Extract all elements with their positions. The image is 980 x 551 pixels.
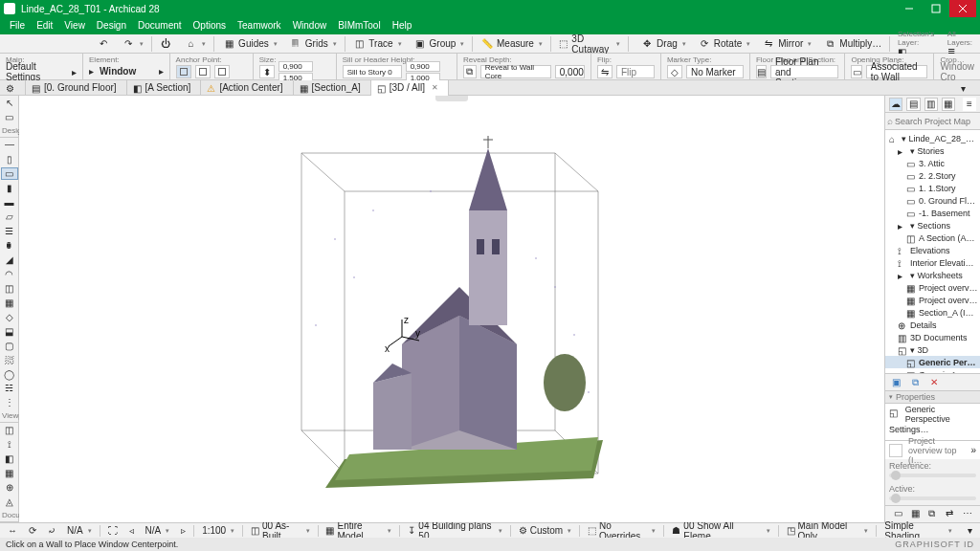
opening-plane[interactable]: Associated to Wall [866, 65, 928, 78]
tree-item[interactable]: ▥3D Documents [885, 331, 980, 343]
menu-edit[interactable]: Edit [31, 17, 58, 34]
tree-item[interactable]: ▦Section_A (Independe [885, 306, 980, 319]
tool-zone[interactable]: ▢ [1, 340, 18, 352]
tool-mesh[interactable]: ⛆ [1, 354, 18, 366]
nav-dup-button[interactable]: ⧉ [908, 376, 922, 389]
tool-change[interactable]: ◬ [1, 496, 18, 508]
group-button[interactable]: ▣Group [410, 35, 469, 53]
tree-item[interactable]: ⟟Elevations [885, 244, 980, 256]
qo-next[interactable]: ▹ [177, 524, 189, 538]
menu-bimmtool[interactable]: BIMmTool [332, 17, 386, 34]
flip-icon-button[interactable]: ⇋ [597, 65, 612, 78]
tool-curtain[interactable]: ▦ [1, 297, 18, 309]
mirror-button[interactable]: ⇋Mirror [758, 35, 815, 53]
qo-distribute[interactable]: ↔ [4, 524, 21, 538]
tree-item[interactable]: ⊕Details [885, 319, 980, 331]
tool-window[interactable]: ▭ [1, 167, 18, 180]
sill-val-a[interactable]: 0,900 [406, 61, 440, 72]
tab-action-center[interactable]: ⚠[Action Center] [201, 80, 293, 96]
menu-options[interactable]: Options [188, 17, 232, 34]
tree-item[interactable]: ▭-1. Basement [885, 207, 980, 219]
guides-button[interactable]: ▦Guides [218, 35, 281, 53]
navfoot-btn-5[interactable]: ⋯ [963, 508, 976, 521]
3d-viewport[interactable]: z y x [19, 96, 884, 522]
viewport-grip[interactable] [435, 96, 468, 101]
tool-opening[interactable]: ◯ [1, 368, 18, 381]
reference-slider[interactable] [889, 474, 976, 477]
navigator-tab-view-map[interactable]: ▤ [906, 98, 920, 111]
anchor-btn-3[interactable] [214, 65, 230, 78]
reveal-icon-button[interactable]: ⧉ [463, 65, 477, 78]
grids-button[interactable]: 𝄜Grids [285, 35, 341, 53]
undo-button[interactable]: ↶ [93, 35, 114, 53]
properties-header[interactable]: Properties [885, 390, 980, 404]
measure-button[interactable]: 📏Measure [477, 35, 546, 53]
trace-overflow[interactable]: » [970, 445, 976, 455]
menu-teamwork[interactable]: Teamwork [232, 17, 287, 34]
trace-button[interactable]: ◫Trace [348, 35, 405, 53]
tool-elevation[interactable]: ⟟ [1, 438, 18, 451]
graphisoft-id[interactable]: GRAPHISOFT ID [895, 540, 974, 549]
navfoot-btn-2[interactable]: ▦ [911, 508, 924, 521]
rotate-button[interactable]: ⟳Rotate [694, 35, 754, 53]
tree-item[interactable]: ▭1. 1.Story [885, 182, 980, 194]
tab-3d-all[interactable]: ◱[3D / All]✕ [371, 80, 449, 96]
reveal-option[interactable]: Reveal to Wall Core [480, 65, 551, 78]
tool-worksheet[interactable]: ▦ [1, 467, 18, 479]
tree-item[interactable]: ▭0. Ground Floor [885, 194, 980, 207]
home-button[interactable]: ⌂ [180, 35, 210, 53]
tool-beam[interactable]: ▬ [1, 196, 18, 209]
navigator-search-input[interactable] [893, 115, 980, 128]
cutaway-button[interactable]: ⬚3D Cutaway [555, 35, 625, 53]
maximize-button[interactable] [923, 0, 949, 17]
tool-morehoriz[interactable]: ☵ [1, 382, 18, 394]
tool-door[interactable]: ▯ [1, 153, 18, 165]
size-width[interactable]: 0,900 [278, 61, 313, 72]
tool-roof[interactable]: ◢ [1, 253, 18, 266]
tree-item[interactable]: ▦Project overview side [885, 281, 980, 294]
navfoot-btn-4[interactable]: ⇄ [946, 508, 959, 521]
tool-marquee[interactable]: ▭ [1, 111, 18, 123]
qo-prev[interactable]: ◃ [125, 524, 138, 538]
qo-fit[interactable]: ⛶ [104, 524, 122, 538]
qo-zoom-1[interactable]: N/A [63, 524, 96, 538]
qo-shading[interactable]: Simple Shading [880, 524, 956, 538]
tree-item[interactable]: ▦Project overview top ( [885, 294, 980, 306]
navigator-options[interactable]: ≡ [963, 98, 976, 111]
navigator-tree[interactable]: ⌂▾ Linde_AC_28_T01▸▾ Stories▭3. Attic▭2.… [885, 130, 980, 373]
tool-wall[interactable] [1, 139, 18, 151]
navigator-tab-publisher[interactable]: ▦ [942, 98, 955, 111]
size-link-icon[interactable]: ⬍ [259, 65, 275, 78]
menu-design[interactable]: Design [91, 17, 132, 34]
active-slider[interactable] [889, 496, 976, 500]
anchor-btn-1[interactable] [176, 65, 191, 78]
marker-type[interactable]: No Marker [686, 65, 744, 78]
navigator-tab-layout[interactable]: ▥ [924, 98, 938, 111]
tool-morph[interactable]: ◇ [1, 311, 18, 323]
qo-mainmodel[interactable]: ◳ Main Model Only [783, 524, 873, 538]
menu-window[interactable]: Window [287, 17, 333, 34]
close-tab-icon[interactable]: ✕ [428, 83, 438, 92]
tab-a-section[interactable]: ◧[A Section] [127, 80, 202, 96]
tree-item[interactable]: ◫A Section (Auto-rebui [885, 231, 980, 244]
properties-settings-link[interactable]: Settings… [889, 425, 929, 434]
anchor-btn-2[interactable] [195, 65, 211, 78]
tree-item[interactable]: ▭3. Attic [885, 157, 980, 169]
tool-stair[interactable]: ☰ [1, 225, 18, 237]
tree-item[interactable]: ▸▾ Worksheets [885, 269, 980, 281]
sill-option[interactable]: Sill to Story 0 [343, 65, 402, 78]
multiply-button[interactable]: ⧉Multiply… [819, 35, 885, 53]
tool-skylight[interactable]: ◫ [1, 282, 18, 295]
qo-orbit[interactable]: ⟳ [25, 524, 40, 538]
tool-slab[interactable]: ▱ [1, 210, 18, 223]
tool-section[interactable]: ◫ [1, 424, 18, 436]
qo-custom[interactable]: ⚙ Custom [515, 524, 575, 538]
flip-button[interactable]: Flip [616, 65, 655, 78]
tool-detail[interactable]: ⊕ [1, 481, 18, 494]
fps-button[interactable]: Floor Plan and Section… [770, 65, 839, 78]
tool-object[interactable]: ⬓ [1, 325, 18, 338]
tab-ground-floor[interactable]: ▤[0. Ground Floor] [26, 80, 127, 96]
tree-item[interactable]: ⌂▾ Linde_AC_28_T01 [885, 132, 980, 144]
qo-layer-combo[interactable]: ◫ 00 As-Built [247, 524, 314, 538]
nav-delete-button[interactable]: ✕ [927, 376, 941, 389]
